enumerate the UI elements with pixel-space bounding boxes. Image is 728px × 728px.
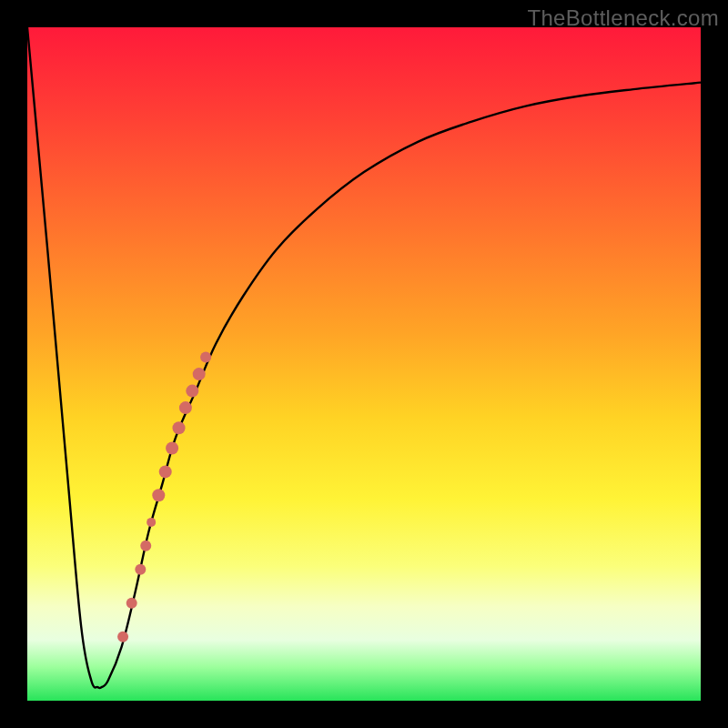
highlight-dot — [117, 632, 128, 642]
bottleneck-curve — [27, 27, 701, 688]
highlight-dot — [140, 541, 151, 551]
chart-frame: TheBottleneck.com — [0, 0, 728, 728]
highlight-dot — [186, 385, 198, 398]
highlight-dot — [159, 465, 172, 478]
highlight-dot — [126, 598, 137, 609]
highlight-dot — [173, 421, 186, 434]
highlight-dot — [152, 489, 165, 501]
curve-svg — [27, 27, 701, 701]
highlight-dot — [200, 352, 211, 363]
highlight-dots — [117, 352, 211, 642]
highlight-dot — [179, 401, 192, 414]
highlight-dot — [147, 518, 156, 527]
highlight-dot — [166, 442, 178, 455]
highlight-dot — [135, 564, 146, 575]
plot-area — [27, 27, 701, 701]
highlight-dot — [193, 368, 206, 380]
